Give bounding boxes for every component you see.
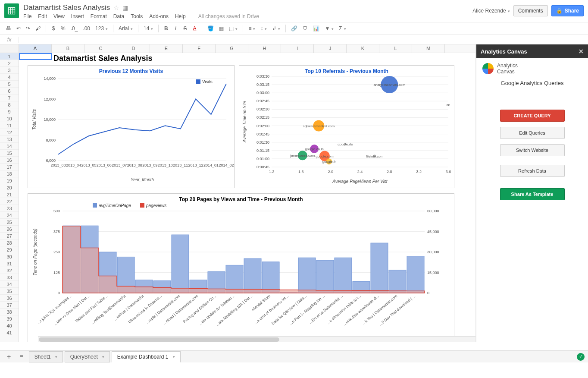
row-14[interactable]: 14 [0,143,19,150]
user-menu[interactable]: Alice Rezende [472,8,510,14]
row-20[interactable]: 20 [0,184,19,191]
redo-icon[interactable]: ↷ [24,25,32,32]
tab-sheet1[interactable]: Sheet1 [29,351,63,362]
row-10[interactable]: 10 [0,115,19,122]
row-32[interactable]: 32 [0,267,19,274]
active-cell[interactable] [19,53,52,60]
row-18[interactable]: 18 [0,170,19,177]
row-8[interactable]: 8 [0,101,19,108]
col-A[interactable]: A [19,44,52,53]
row-37[interactable]: 37 [0,302,19,309]
col-E[interactable]: E [150,44,183,53]
row-1[interactable]: 1 [0,53,19,60]
row-11[interactable]: 11 [0,122,19,129]
row-6[interactable]: 6 [0,88,19,94]
star-icon[interactable]: ☆ [113,4,119,12]
row-34[interactable]: 34 [0,281,19,288]
row-40[interactable]: 40 [0,322,19,329]
number-format-menu[interactable]: 123 [94,25,109,32]
row-25[interactable]: 25 [0,219,19,226]
tab-dashboard[interactable]: Example Dashboard 1 [112,351,181,362]
all-sheets-button[interactable]: ≡ [16,351,27,362]
select-all-corner[interactable] [0,44,19,53]
row-33[interactable]: 33 [0,274,19,281]
menu-tools[interactable]: Tools [131,13,143,19]
menu-format[interactable]: Format [91,13,107,19]
row-9[interactable]: 9 [0,108,19,115]
col-C[interactable]: C [84,44,117,53]
folder-icon[interactable]: ▦ [122,4,128,11]
formula-input[interactable] [19,36,588,44]
row-24[interactable]: 24 [0,212,19,219]
row-16[interactable]: 16 [0,157,19,164]
row-3[interactable]: 3 [0,67,19,74]
filter-icon[interactable]: ▼ [323,25,335,32]
refresh-data-button[interactable]: Refresh Data [500,165,565,177]
edit-queries-button[interactable]: Edit Queries [500,127,565,139]
paint-format-icon[interactable]: 🖌 [34,25,42,32]
row-13[interactable]: 13 [0,136,19,143]
comment-icon[interactable]: 🗨 [301,25,310,32]
row-5[interactable]: 5 [0,81,19,88]
chart-referrals[interactable]: Top 10 Referrals - Previous Month 0:00:4… [239,65,454,188]
row-22[interactable]: 22 [0,198,19,205]
col-M[interactable]: M [412,44,445,53]
font-size-select[interactable]: 14 [142,25,155,32]
row-19[interactable]: 19 [0,177,19,184]
dec-decrease-icon[interactable]: .0_ [69,25,80,32]
row-4[interactable]: 4 [0,74,19,81]
italic-icon[interactable]: I [172,25,179,32]
font-select[interactable]: Arial [117,25,134,32]
undo-icon[interactable]: ↶ [15,25,22,32]
menu-data[interactable]: Data [113,13,124,19]
row-17[interactable]: 17 [0,164,19,170]
col-B[interactable]: B [52,44,84,53]
col-G[interactable]: G [216,44,248,53]
wrap-icon[interactable]: ↲ [270,25,282,32]
chart-visits[interactable]: Previous 12 Months Visits 6,0008,00010,0… [28,65,235,188]
row-31[interactable]: 31 [0,260,19,267]
close-icon[interactable]: ✕ [579,48,584,55]
bold-icon[interactable]: B [162,25,170,32]
chart-icon[interactable]: 📊 [311,25,321,32]
functions-icon[interactable]: Σ [337,25,347,32]
row-21[interactable]: 21 [0,191,19,198]
row-29[interactable]: 29 [0,246,19,253]
comments-button[interactable]: Comments [513,5,548,16]
currency-icon[interactable]: $ [50,25,57,32]
dec-increase-icon[interactable]: .00 [81,25,92,32]
sheet-canvas[interactable]: Datamartist Sales Analysis Previous 12 M… [19,53,475,342]
menu-view[interactable]: View [53,13,65,19]
fill-color-icon[interactable]: 🪣 [206,25,216,32]
col-H[interactable]: H [248,44,281,53]
merge-icon[interactable]: ⬚ [227,25,239,32]
row-2[interactable]: 2 [0,60,19,67]
row-26[interactable]: 26 [0,226,19,233]
add-sheet-button[interactable]: + [3,351,14,362]
col-K[interactable]: K [347,44,379,53]
borders-icon[interactable]: ▦ [217,25,225,32]
text-color-icon[interactable]: A [191,25,198,32]
menu-file[interactable]: File [23,13,31,19]
row-39[interactable]: 39 [0,315,19,322]
menu-addons[interactable]: Add-ons [149,13,169,19]
col-F[interactable]: F [183,44,216,53]
switch-website-button[interactable]: Switch Website [500,144,565,156]
share-template-button[interactable]: Share As Template [500,188,565,200]
row-30[interactable]: 30 [0,253,19,260]
strike-icon[interactable]: S [181,25,189,32]
row-15[interactable]: 15 [0,150,19,157]
link-icon[interactable]: 🔗 [289,25,299,32]
row-35[interactable]: 35 [0,288,19,295]
col-D[interactable]: D [117,44,150,53]
row-41[interactable]: 41 [0,329,19,336]
row-28[interactable]: 28 [0,239,19,246]
row-12[interactable]: 12 [0,129,19,136]
row-27[interactable]: 27 [0,233,19,239]
chart-pages[interactable]: Top 20 Pages by Views and Time - Previou… [28,193,454,342]
horizontal-scrollbar[interactable] [38,336,475,342]
create-query-button[interactable]: CREATE QUERY [500,110,565,122]
menu-edit[interactable]: Edit [38,13,47,19]
halign-icon[interactable]: ≡ [247,25,257,32]
valign-icon[interactable]: ↕ [259,25,269,32]
